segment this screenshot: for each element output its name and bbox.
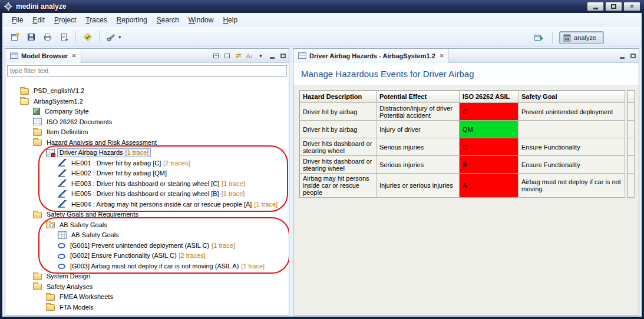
tree-item[interactable]: HE001 : Driver hit by airbag [C] [2 trac… — [5, 158, 289, 168]
menu-help[interactable]: Help — [218, 14, 242, 26]
tree-item[interactable]: [G003] Airbag must not deploy if car is … — [5, 261, 289, 271]
tree-item[interactable]: AB Safety Goals — [5, 220, 289, 230]
potential-effect-cell[interactable]: Serious injuries — [377, 138, 460, 156]
safety-goal-cell[interactable]: Ensure Functionality — [518, 156, 625, 174]
tree-item[interactable]: PSD_englishV1.2 — [5, 86, 289, 97]
menu-window[interactable]: Window — [184, 14, 219, 26]
column-header-safety-goal[interactable]: Safety Goal — [518, 90, 625, 103]
minimize-view-icon — [270, 57, 275, 59]
column-header-potential-effect[interactable]: Potential Effect — [377, 90, 460, 103]
table-row[interactable]: Driver hit by airbag Distraction/injury … — [300, 103, 635, 121]
asil-cell[interactable]: C — [460, 138, 518, 156]
save-button[interactable] — [24, 30, 38, 45]
tab-model-browser[interactable]: Model Browser ✕ — [5, 49, 81, 63]
asil-cell[interactable]: A — [460, 174, 518, 198]
menu-reporting[interactable]: Reporting — [112, 14, 152, 26]
collapse-all-button[interactable]: - — [222, 50, 233, 61]
toolbar-separator — [552, 32, 553, 44]
filter-input[interactable] — [7, 65, 287, 77]
menu-traces[interactable]: Traces — [81, 14, 111, 26]
table-row[interactable]: Airbag may hit persons inside car or res… — [300, 174, 635, 198]
tree-item[interactable]: HE003 : Driver hits dashboard or stearin… — [5, 178, 289, 189]
tree-item[interactable]: Safety Goals and Requirements — [5, 210, 289, 220]
table-row[interactable]: Driver hit by airbag Injury of driver QM — [300, 121, 635, 138]
tools-dropdown-icon[interactable]: ▾ — [118, 34, 121, 40]
open-perspective-button[interactable] — [531, 31, 546, 45]
safety-goal-cell[interactable]: Prevent unintended deployment — [518, 103, 625, 121]
table-row[interactable]: Driver hits dashboard or stearing wheel … — [300, 156, 635, 174]
tree-item[interactable]: HE002 : Driver hit by airbag [QM] — [5, 168, 289, 179]
new-button[interactable] — [7, 30, 22, 45]
tree-item-label-box: ISO 26262 Documents — [44, 117, 114, 126]
asil-cell[interactable]: QM — [460, 121, 518, 138]
tree-item[interactable]: System Design — [5, 271, 289, 282]
minimize-view-button[interactable] — [616, 50, 628, 61]
maximize-view-button[interactable] — [278, 50, 289, 61]
tree-item[interactable]: Item Definition — [5, 127, 289, 138]
link-with-editor-button[interactable]: ⇄ — [233, 50, 244, 61]
tree-item[interactable]: Driver Airbag Hazards [1 trace] — [5, 148, 289, 158]
minimize-button[interactable] — [587, 2, 604, 11]
menu-search[interactable]: Search — [152, 14, 184, 26]
safety-goal-cell[interactable] — [518, 121, 625, 138]
tree-item[interactable]: AirbagSystem1.2 — [5, 96, 289, 107]
tree-item-label: HE001 : Driver hit by airbag [C] — [71, 160, 161, 167]
tree-item-label-box: AirbagSystem1.2 — [31, 97, 85, 105]
tree-item[interactable]: Safety Analyses — [5, 281, 289, 292]
safety-goal-cell[interactable]: Airbag must not deploy if car is not mov… — [518, 174, 625, 198]
tree-item-label: Driver Airbag Hazards — [60, 149, 123, 156]
tree-item[interactable]: [G002] Ensure Functionality (ASIL C) [2 … — [5, 251, 289, 261]
tree-item-label: PSD_englishV1.2 — [34, 87, 84, 94]
menu-project[interactable]: Project — [49, 14, 81, 26]
tree-item[interactable]: HE004 : Airbag may hit persons inside ca… — [5, 199, 289, 210]
analyze-perspective-button[interactable]: analyze — [559, 31, 604, 44]
tree-item[interactable]: FMEA Worksheets — [5, 292, 289, 303]
tree-item-label: AirbagSystem1.2 — [34, 98, 83, 105]
print-button[interactable] — [40, 30, 55, 45]
tree-item-label: Safety Goals and Requirements — [47, 211, 138, 218]
tools-button[interactable] — [104, 30, 118, 45]
hazard-description-cell[interactable]: Driver hit by airbag — [300, 103, 377, 121]
maximize-view-button[interactable] — [628, 50, 639, 61]
tree-item[interactable]: ISO 26262 Documents — [5, 117, 289, 127]
asil-cell[interactable]: C — [460, 103, 518, 121]
tree-item[interactable]: AB Safety Goals — [5, 230, 289, 241]
add-button[interactable]: + — [210, 50, 222, 61]
column-header-asil[interactable]: ISO 26262 ASIL — [460, 90, 518, 103]
tree-item[interactable]: [G001] Prevent unintended deployment (AS… — [5, 240, 289, 251]
potential-effect-cell[interactable]: Injury of driver — [377, 121, 460, 138]
tab-close-icon[interactable]: ✕ — [72, 53, 77, 59]
menu-edit[interactable]: Edit — [28, 14, 49, 26]
hazard-description-cell[interactable]: Driver hits dashboard or stearing wheel — [300, 156, 377, 174]
potential-effect-cell[interactable]: Injuries or serious injuries — [377, 174, 460, 198]
tree-item[interactable]: Company Style — [5, 107, 289, 117]
tree-item[interactable]: HE005 : Driver hits dashboard or stearin… — [5, 189, 289, 200]
tree-item-label-box: Safety Goals and Requirements — [44, 210, 141, 219]
asil-cell[interactable]: B — [460, 156, 518, 174]
table-row[interactable]: Driver hits dashboard or stearing wheel … — [300, 138, 635, 156]
editor-body: Hazard Description Potential Effect ISO … — [293, 85, 639, 315]
view-menu-button[interactable]: ▾ — [255, 50, 266, 61]
tab-driver-airbag-hazards[interactable]: Driver Airbag Hazards - AirbagSystem1.2 … — [293, 49, 449, 63]
hazard-description-cell[interactable]: Airbag may hit persons inside car or res… — [300, 174, 377, 198]
menu-file[interactable]: File — [7, 14, 28, 26]
safety-goal-cell[interactable]: Ensure Functionality — [518, 138, 625, 156]
analyze-perspective-label: analyze — [574, 34, 596, 41]
validate-button[interactable] — [80, 30, 95, 45]
close-button[interactable]: ✕ — [623, 2, 640, 11]
documents-icon — [33, 118, 42, 125]
potential-effect-cell[interactable]: Distraction/injury of driver Potential a… — [377, 103, 460, 121]
column-header-hazard-description[interactable]: Hazard Description — [300, 90, 377, 103]
minimize-view-button[interactable] — [266, 50, 278, 61]
hazard-description-cell[interactable]: Driver hit by airbag — [300, 121, 377, 138]
tree-item[interactable]: Hazard Analysis and Risk Assessment — [5, 137, 289, 148]
tree-item[interactable]: FTA Models — [5, 302, 289, 313]
sort-button[interactable]: A↓ — [244, 50, 255, 61]
model-browser-tab-label: Model Browser — [21, 52, 68, 59]
hazard-description-cell[interactable]: Driver hits dashboard or stearing wheel — [300, 138, 377, 156]
report-button[interactable] — [57, 30, 71, 45]
tab-close-icon[interactable]: ✕ — [440, 53, 444, 59]
maximize-button[interactable] — [605, 2, 622, 11]
potential-effect-cell[interactable]: Serious injuries — [377, 156, 460, 174]
tree-item-label: HE003 : Driver hits dashboard or stearin… — [71, 180, 219, 187]
